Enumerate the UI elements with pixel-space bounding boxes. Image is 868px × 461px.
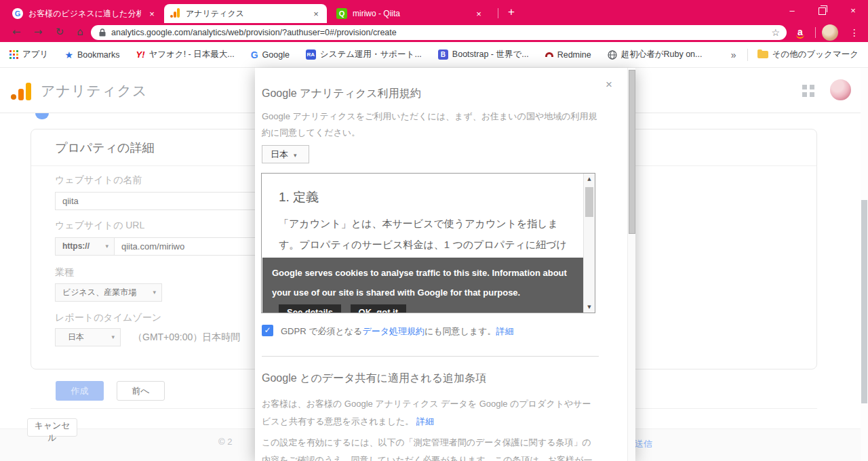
chevron-down-icon: ▾: [105, 238, 108, 255]
gdpr-details-link[interactable]: 詳細: [496, 326, 514, 336]
new-tab-button[interactable]: +: [503, 4, 519, 20]
cancel-button[interactable]: キャンセル: [27, 418, 77, 437]
bookmark-redmine[interactable]: Redmine: [545, 50, 591, 60]
browser-toolbar: ← → ↻ ⌂ analytics.google.com/analytics/w…: [0, 23, 868, 42]
tab-qiita[interactable]: Q miriwo - Qiita ×: [331, 4, 490, 23]
industry-select[interactable]: ビジネス、産業市場▾: [55, 283, 162, 302]
page-scrollbar[interactable]: [861, 68, 868, 461]
data-processing-terms-link[interactable]: データ処理規約: [362, 326, 425, 336]
cookie-notice-banner: Google serves cookies to analyse traffic…: [262, 258, 583, 313]
tab-title: お客様のビジネスに適した分析ツール: [28, 8, 141, 20]
scroll-down-icon[interactable]: ▼: [584, 302, 595, 313]
dialog-scrollbar-thumb[interactable]: [629, 70, 635, 234]
ok-got-it-button[interactable]: OK, got it: [351, 304, 407, 313]
bookmark-ruby-beginner[interactable]: 超初心者がRuby on...: [608, 49, 703, 60]
dialog-title: Google アナリティクス利用規約: [262, 87, 421, 101]
bookmark-bookmarks[interactable]: ★ Bookmarks: [64, 49, 119, 60]
create-button[interactable]: 作成: [56, 381, 104, 401]
restore-button[interactable]: [808, 0, 835, 23]
website-url-label: ウェブサイトの URL: [55, 220, 144, 232]
see-details-button[interactable]: See details: [279, 304, 341, 313]
dialog-close-icon[interactable]: ×: [602, 78, 616, 92]
bookmarks-bar: アプリ ★ Bookmarks Y! ヤフオク! - 日本最大... G Goo…: [0, 42, 868, 68]
tab-close-icon[interactable]: ×: [473, 9, 484, 19]
scroll-up-icon[interactable]: ▲: [584, 174, 595, 184]
timezone-select[interactable]: 日本▾: [55, 328, 121, 346]
bookmark-apps[interactable]: アプリ: [9, 49, 48, 60]
copyright-text: © 2: [218, 437, 232, 447]
send-feedback-link[interactable]: 送信: [635, 438, 652, 450]
back-button[interactable]: ←: [7, 23, 26, 42]
share-details-link[interactable]: 詳細: [416, 416, 434, 426]
google-favicon-icon: G: [12, 8, 23, 19]
wizard-step-indicator: [35, 113, 49, 119]
chevron-down-icon: ▾: [111, 329, 115, 346]
gdpr-consent-row: ✓ GDPR で必須となるデータ処理規約にも同意します。詳細: [262, 325, 599, 337]
folder-icon: [757, 51, 768, 58]
address-bar[interactable]: analytics.google.com/analytics/web/provi…: [91, 25, 787, 40]
toolbar-separator: [815, 27, 816, 38]
analytics-logo-icon: [11, 81, 34, 100]
terms-of-service-dialog: × Google アナリティクス利用規約 Google アナリティクスをご利用い…: [255, 68, 635, 461]
modal-divider: [262, 356, 599, 357]
terms-text-frame: 1. 定義 「アカウント」とは、本サービスで使うアカウントを指します。プロパティ…: [261, 173, 595, 313]
reload-button[interactable]: ↻: [50, 23, 69, 42]
account-avatar[interactable]: [830, 79, 851, 100]
tab-close-icon[interactable]: ×: [311, 9, 321, 19]
tab-separator: [498, 8, 498, 18]
home-button[interactable]: ⌂: [71, 23, 90, 42]
google-g-icon: G: [251, 49, 258, 60]
minimize-button[interactable]: –: [778, 0, 806, 23]
star-icon: ★: [64, 49, 73, 60]
card-title: プロパティの詳細: [55, 140, 155, 156]
data-sharing-heading: Google とのデータ共有に適用される追加条項: [262, 372, 486, 386]
browser-window: G お客様のビジネスに適した分析ツール × アナリティクス × Q miriwo…: [0, 0, 868, 461]
forward-button[interactable]: →: [28, 23, 47, 42]
yahoo-icon: Y!: [136, 49, 144, 60]
restore-icon: [818, 7, 826, 15]
browser-profile-avatar[interactable]: [822, 24, 838, 41]
chrome-menu-icon[interactable]: ⋮: [848, 24, 861, 41]
tab-strip: G お客様のビジネスに適した分析ツール × アナリティクス × Q miriwo…: [0, 0, 868, 23]
timezone-note: （GMT+09:00）日本時間: [133, 328, 240, 346]
app-title: アナリティクス: [41, 81, 147, 100]
protocol-select[interactable]: https://▾: [55, 237, 115, 256]
bookmark-bootstrap[interactable]: B Bootstrap - 世界で...: [438, 49, 529, 60]
terms-scrollbar-thumb[interactable]: [585, 187, 593, 217]
cookie-notice-text: Google serves cookies to analyse traffic…: [272, 268, 567, 298]
gdpr-checkbox[interactable]: ✓: [262, 325, 273, 336]
terms-scrollbar[interactable]: ▲ ▼: [583, 174, 595, 313]
ra-badge-icon: RA: [306, 49, 316, 60]
data-sharing-note: この設定を有効にするには、以下の「測定管理者間のデータ保護に関する条項」の内容を…: [262, 434, 599, 461]
country-select[interactable]: 日本▾: [262, 145, 309, 163]
bookmarks-bar-right: » その他のブックマーク: [731, 49, 859, 61]
website-name-label: ウェブサイトの名前: [55, 174, 142, 186]
tab-analysis-tool[interactable]: G お客様のビジネスに適した分析ツール ×: [7, 4, 163, 23]
apps-grid-icon: [9, 50, 18, 59]
globe-icon: [608, 50, 617, 60]
chevron-down-icon: ▾: [294, 152, 297, 159]
terms-section-heading: 1. 定義: [279, 188, 319, 206]
industry-label: 業種: [55, 266, 74, 279]
url-text: analytics.google.com/analytics/web/provi…: [111, 28, 771, 37]
redmine-icon: [545, 52, 553, 57]
google-apps-grid-icon[interactable]: [802, 85, 814, 97]
bookmark-google[interactable]: G Google: [251, 49, 290, 60]
page-scrollbar-thumb[interactable]: [861, 200, 867, 403]
tab-title: miriwo - Qiita: [353, 9, 468, 18]
previous-button[interactable]: 前へ: [117, 381, 165, 401]
tab-analytics[interactable]: アナリティクス ×: [164, 4, 327, 23]
dialog-intro-text: Google アナリティクスをご利用いただくには、まず、お住まいの国や地域の利用…: [262, 108, 599, 141]
secure-lock-icon: [99, 28, 106, 37]
tab-close-icon[interactable]: ×: [146, 9, 157, 19]
other-bookmarks-folder[interactable]: その他のブックマーク: [757, 49, 859, 60]
bookmarks-overflow-icon[interactable]: »: [731, 49, 736, 60]
timezone-label: レポートのタイムゾーン: [55, 312, 161, 324]
bookmarks-divider: [747, 49, 748, 61]
bookmark-yahoo-auction[interactable]: Y! ヤフオク! - 日本最大...: [136, 49, 234, 60]
dialog-scrollbar[interactable]: [627, 68, 635, 461]
close-window-button[interactable]: ×: [840, 0, 867, 23]
amazon-extension-icon[interactable]: a: [793, 26, 807, 39]
bookmark-system-support[interactable]: RA システム運用・サポート...: [306, 49, 422, 60]
bookmark-star-icon[interactable]: ☆: [771, 27, 780, 38]
